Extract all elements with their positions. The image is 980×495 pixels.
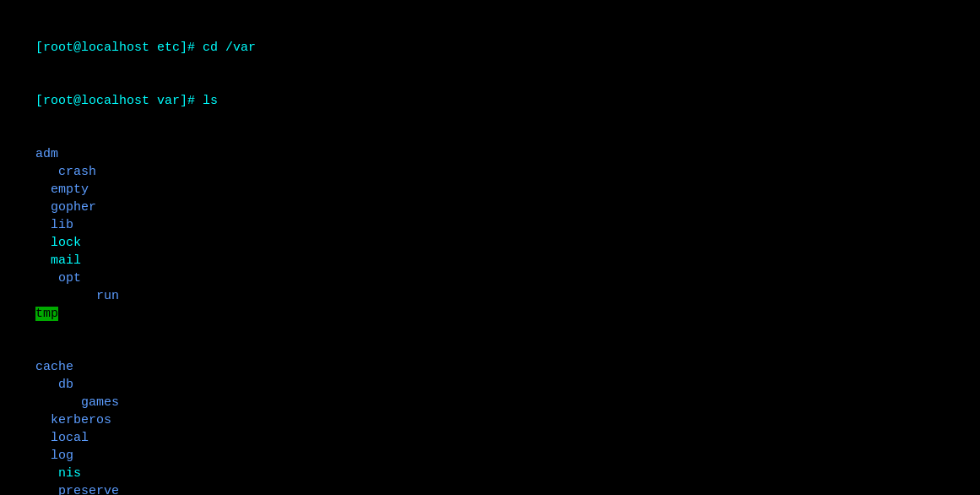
- ls-item-lock: lock: [35, 236, 104, 250]
- ls-item-empty: empty: [35, 182, 111, 197]
- ls-item-lib: lib: [35, 218, 96, 232]
- ls-item-games: games: [35, 395, 142, 410]
- ls-item-adm: adm: [35, 147, 81, 161]
- ls-item-run: run: [35, 289, 142, 303]
- ls-item-preserve: preserve: [35, 484, 142, 495]
- ls-item-cache: cache: [35, 360, 89, 374]
- ls-item-db: db: [35, 378, 96, 392]
- ls-item-local: local: [35, 431, 111, 445]
- ls-item-gopher: gopher: [35, 200, 119, 215]
- ls-output-row-1: adm crash empty gopher lib lock mail opt…: [5, 128, 975, 340]
- command-text: [root@localhost etc]# cd /var: [35, 41, 256, 55]
- ls-item-mail: mail: [35, 253, 104, 268]
- ls-item-nis: nis: [35, 466, 104, 481]
- ls-item-crash: crash: [35, 165, 119, 179]
- command-text: [root@localhost var]# ls: [35, 94, 218, 108]
- ls-item-kerberos: kerberos: [35, 413, 134, 427]
- ls-output-row-2: cache db games kerberos local log nis pr…: [5, 340, 975, 495]
- terminal-window: [root@localhost etc]# cd /var [root@loca…: [5, 3, 975, 492]
- ls-item-tmp: tmp: [35, 307, 58, 321]
- ls-item-log: log: [35, 449, 96, 463]
- partial-top-line: [5, 3, 975, 21]
- terminal-line-1: [root@localhost etc]# cd /var: [5, 21, 975, 74]
- terminal-line-2: [root@localhost var]# ls: [5, 74, 975, 128]
- ls-item-opt: opt: [35, 271, 104, 286]
